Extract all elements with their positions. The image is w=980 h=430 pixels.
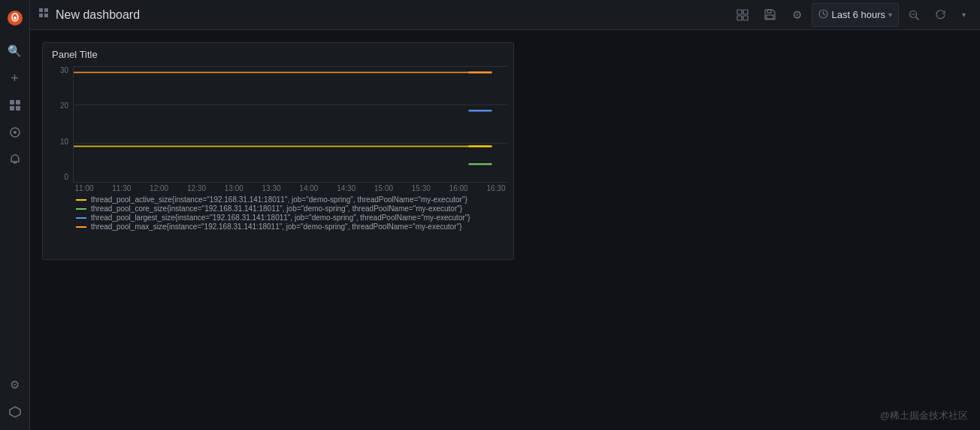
legend-color-2 [76,217,86,219]
x-label-8: 15:00 [373,184,395,192]
x-label-7: 14:30 [335,184,358,192]
zoom-out-button[interactable] [902,3,926,27]
panel-title: Panel Title [52,49,98,60]
time-range-label: Last 6 hours [831,9,885,20]
svg-rect-17 [767,15,773,19]
legend-label-0: thread_pool_active_size{instance="192.16… [91,195,467,204]
x-label-4: 13:00 [222,184,245,192]
chart-svg [74,66,507,182]
dashboard-grid-icon [39,8,50,21]
sidebar: 🔍 + ⚙ [0,0,30,430]
legend-item-0: thread_pool_active_size{instance="192.16… [76,195,501,204]
chart-area [73,66,507,183]
svg-point-7 [14,131,17,134]
panel: Panel Title 30 20 10 0 [42,42,514,260]
legend-label-3: thread_pool_max_size{instance="192.168.3… [91,223,462,231]
watermark: @稀土掘金技术社区 [880,409,968,422]
x-axis: 11:00 11:30 12:00 12:30 13:00 13:30 14:0… [43,184,507,192]
panel-header: Panel Title [43,43,513,63]
x-label-10: 16:00 [447,184,470,192]
y-label-20: 20 [60,101,68,110]
legend-item-2: thread_pool_largest_size{instance="192.1… [76,213,501,222]
legend-label-2: thread_pool_largest_size{instance="192.1… [91,213,470,222]
svg-rect-9 [44,8,48,12]
svg-rect-12 [737,10,742,14]
logo[interactable] [3,6,27,30]
svg-rect-8 [39,8,43,12]
svg-rect-15 [743,16,748,20]
legend-label-1: thread_pool_core_size{instance="192.168.… [91,204,462,213]
legend-color-3 [76,226,86,228]
x-label-1: 11:30 [110,184,133,192]
y-label-30: 30 [60,66,68,74]
clock-icon [818,9,828,21]
chevron-down-icon: ▾ [888,11,892,19]
y-label-10: 10 [60,138,68,146]
legend-item-3: thread_pool_max_size{instance="192.168.3… [76,223,501,231]
svg-rect-11 [44,14,48,17]
sidebar-item-configuration[interactable]: ⚙ [3,373,27,397]
svg-point-1 [14,17,17,20]
svg-rect-5 [16,106,20,111]
sidebar-item-dashboards[interactable] [3,93,27,117]
svg-rect-16 [767,10,771,13]
grid-line-1 [74,66,507,67]
page-title: New dashboard [56,8,724,22]
svg-rect-10 [39,14,43,17]
time-range-picker[interactable]: Last 6 hours ▾ [812,3,899,27]
sidebar-item-server-admin[interactable] [3,400,27,424]
grid-line-2 [74,104,507,105]
add-panel-button[interactable] [730,3,755,27]
sidebar-item-alerting[interactable] [3,147,27,171]
save-button[interactable] [758,3,782,27]
y-axis: 30 20 10 0 [43,66,73,183]
topbar: New dashboard ⚙ [30,0,980,30]
svg-rect-4 [10,106,14,111]
sidebar-item-create[interactable]: + [3,66,27,90]
svg-rect-3 [16,100,20,104]
settings-button[interactable]: ⚙ [785,3,809,27]
x-label-5: 13:30 [260,184,283,192]
x-label-2: 12:00 [148,184,171,192]
x-label-6: 14:00 [298,184,320,192]
refresh-interval-button[interactable]: ▾ [956,3,971,27]
chart-container: 30 20 10 0 [43,66,507,183]
svg-rect-14 [737,16,742,20]
sidebar-item-explore[interactable] [3,120,27,144]
panel-body: 30 20 10 0 [43,63,513,259]
content-area: Panel Title 30 20 10 0 [30,30,980,430]
x-label-9: 15:30 [410,184,432,192]
y-label-0: 0 [64,173,68,181]
x-label-3: 12:30 [185,184,207,192]
x-label-11: 16:30 [485,184,507,192]
legend-color-1 [76,208,86,210]
x-label-0: 11:00 [73,184,95,192]
legend: thread_pool_active_size{instance="192.16… [43,192,507,234]
refresh-button[interactable] [929,3,953,27]
grid-line-3 [74,143,507,144]
main-content: New dashboard ⚙ [30,0,980,430]
sidebar-item-search[interactable]: 🔍 [3,39,27,63]
svg-rect-2 [10,100,14,104]
svg-rect-13 [743,10,748,14]
legend-item-1: thread_pool_core_size{instance="192.168.… [76,204,501,213]
legend-color-0 [76,199,86,201]
topbar-actions: ⚙ Last 6 hours ▾ [730,3,971,27]
